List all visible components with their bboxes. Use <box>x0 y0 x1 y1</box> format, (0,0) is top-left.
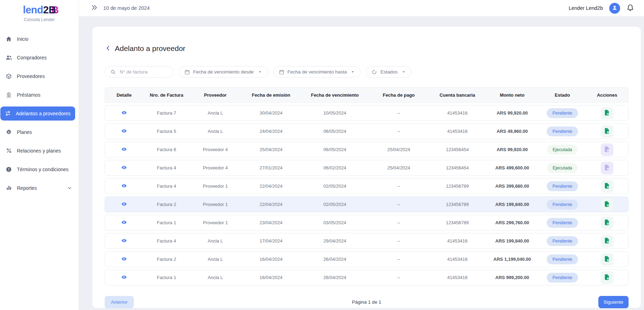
sidebar-expand-toggle[interactable] <box>91 4 98 12</box>
notifications-button[interactable] <box>626 4 634 13</box>
previous-page-button[interactable]: Anterior <box>105 296 134 308</box>
bank-account: 123456454 <box>429 147 486 152</box>
table-row[interactable]: Factura 2 Proveedor 1 22/04/2024 02/05/2… <box>105 196 629 212</box>
table-row[interactable]: Factura 4 Proveedor 4 27/01/2024 06/02/2… <box>105 160 629 176</box>
table-row[interactable]: Factura 6 Proveedor 4 25/04/2024 06/05/2… <box>105 142 629 157</box>
table-row[interactable]: Factura 1 Proveedor 1 23/04/2024 03/05/2… <box>105 215 629 231</box>
view-detail-button[interactable] <box>120 273 128 282</box>
net-amount: ARS 999,200.00 <box>486 275 539 280</box>
column-header: Proveedor <box>190 92 241 98</box>
sidebar-item-inicio[interactable]: Inicio <box>1 32 75 46</box>
view-detail-button[interactable] <box>120 200 128 209</box>
generate-advance-button[interactable] <box>601 125 613 138</box>
bell-icon <box>626 4 634 13</box>
states-label: Estados <box>380 69 397 75</box>
bank-account: 41453416 <box>429 275 486 280</box>
due-date-to-label: Fecha de vencimiento hasta <box>288 69 347 75</box>
current-date: 10 de mayo de 2024 <box>103 5 150 11</box>
chevron-down-icon <box>67 185 72 191</box>
states-filter[interactable]: Estados <box>366 66 412 78</box>
eye-icon <box>121 128 127 135</box>
issue-date: 24/04/2024 <box>241 129 301 134</box>
file-check-icon <box>604 146 610 154</box>
generate-advance-button[interactable] <box>601 253 613 266</box>
generate-advance-button[interactable] <box>601 180 613 193</box>
file-check-icon <box>604 256 610 263</box>
caret-down-icon <box>401 70 406 74</box>
sidebar-item-label: Relaciones y planes <box>17 148 61 154</box>
due-date: 06/02/2024 <box>301 165 368 170</box>
payment-date: -- <box>368 257 429 262</box>
view-detail-button[interactable] <box>120 182 128 190</box>
invoice-search-input[interactable] <box>119 69 170 75</box>
invoice-number: Factura 2 <box>143 257 190 262</box>
generate-advance-button[interactable] <box>601 271 613 284</box>
provider-name: Proveedor 4 <box>190 147 241 152</box>
invoice-search[interactable] <box>105 66 173 78</box>
search-icon <box>110 69 116 75</box>
column-header: Detalle <box>105 92 143 98</box>
view-detail-button[interactable] <box>120 109 128 117</box>
provider-name: Ancla L <box>190 110 241 116</box>
table-header: DetalleNro. de FacturaProveedorFecha de … <box>105 87 629 103</box>
view-detail-button[interactable] <box>120 237 128 245</box>
view-detail-button[interactable] <box>120 255 128 264</box>
sidebar-item-planes[interactable]: Planes <box>1 125 75 139</box>
sidebar: lend2BB Consola Lender Inicio Compradore… <box>0 0 79 310</box>
view-detail-button[interactable] <box>120 146 128 154</box>
status-badge: Pendiente <box>547 254 578 264</box>
home-icon <box>5 36 13 42</box>
pagination: Anterior Página 1 de 1 Siguiente <box>105 296 629 308</box>
user-avatar[interactable] <box>609 3 620 14</box>
next-page-button[interactable]: Siguiente <box>598 296 629 308</box>
status-badge: Pendiente <box>547 181 578 191</box>
table-row[interactable]: Factura 5 Ancla L 24/04/2024 06/05/2024 … <box>105 123 629 139</box>
app-logo: lend2BB <box>23 5 56 16</box>
sidebar-item-t-rminos-y-condiciones[interactable]: Términos y condiciones <box>1 162 75 176</box>
column-header: Cuenta bancaria <box>429 92 486 98</box>
eye-icon <box>121 219 127 226</box>
table-row[interactable]: Factura 7 Ancla L 30/04/2024 10/05/2024 … <box>105 105 629 121</box>
payment-date: -- <box>368 110 429 116</box>
column-header: Estado <box>539 92 586 98</box>
sidebar-item-adelantos-a-proveedores[interactable]: Adelantos a proveedores <box>0 106 75 121</box>
sidebar-item-reportes[interactable]: Reportes <box>1 181 75 195</box>
due-date: 02/05/2024 <box>301 183 368 189</box>
file-check-icon <box>604 219 610 227</box>
page-info: Página 1 de 1 <box>352 299 381 305</box>
info-icon <box>5 166 13 173</box>
status-badge: Ejecutada <box>547 145 578 155</box>
net-amount: ARS 199,840.00 <box>486 202 539 207</box>
sidebar-item-proveedores[interactable]: Proveedores <box>1 69 75 83</box>
issue-date: 17/04/2024 <box>241 238 301 244</box>
payment-date: 25/04/2024 <box>368 165 429 170</box>
table-row[interactable]: Factura 1 Ancla L 16/04/2024 26/04/2024 … <box>105 270 629 285</box>
generate-advance-button[interactable] <box>601 198 613 211</box>
view-detail-button[interactable] <box>120 219 128 227</box>
table-row[interactable]: Factura 4 Ancla L 17/04/2024 29/04/2024 … <box>105 233 629 249</box>
generate-advance-button[interactable] <box>601 107 613 120</box>
table-rows: Factura 7 Ancla L 30/04/2024 10/05/2024 … <box>105 105 629 285</box>
sidebar-nav: Inicio Compradores Proveedores $ Préstam… <box>0 32 79 195</box>
sidebar-item-label: Inicio <box>17 36 28 42</box>
sidebar-item-compradores[interactable]: Compradores <box>1 51 75 65</box>
table-row[interactable]: Factura 2 Ancla L 16/04/2024 26/04/2024 … <box>105 251 629 267</box>
invoice-number: Factura 7 <box>143 110 190 116</box>
table-row[interactable]: Factura 4 Proveedor 1 22/04/2024 02/05/2… <box>105 178 629 194</box>
view-detail-button[interactable] <box>120 127 128 136</box>
payment-date: -- <box>368 202 429 207</box>
due-date-from-filter[interactable]: Fecha de vencimiento desde <box>179 66 268 78</box>
file-check-icon <box>604 109 610 117</box>
view-detail-button[interactable] <box>120 164 128 172</box>
generate-advance-button[interactable] <box>601 217 613 229</box>
due-date-to-filter[interactable]: Fecha de vencimiento hasta <box>273 66 361 78</box>
calendar-icon <box>279 69 284 75</box>
issue-date: 27/01/2024 <box>241 165 301 170</box>
back-button[interactable] <box>105 45 112 53</box>
status-badge: Pendiente <box>547 200 578 209</box>
sidebar-item-relaciones-y-planes[interactable]: Relaciones y planes <box>1 144 75 158</box>
generate-advance-button <box>601 143 613 156</box>
caret-down-icon <box>258 70 262 74</box>
generate-advance-button[interactable] <box>601 235 613 247</box>
sidebar-item-pr-stamos[interactable]: $ Préstamos <box>1 88 75 102</box>
